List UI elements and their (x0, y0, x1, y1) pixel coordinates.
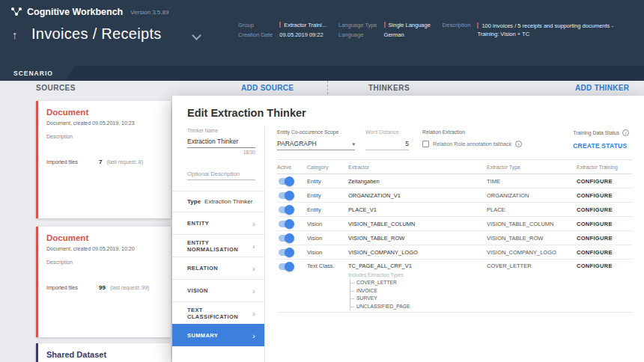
meta-label: Group (238, 22, 273, 28)
includes-item: INVOICE (356, 287, 487, 295)
configure-button[interactable]: CONFIGURE (577, 263, 613, 269)
accordion-item-label: ENTITY NORMALISATION (187, 239, 252, 253)
extractor-table-row: VisionVISION_COMPANY_LOGOVISION_COMPANY_… (277, 245, 632, 260)
extractor-category: Text Class. (307, 263, 348, 269)
thinker-name-input[interactable] (187, 135, 255, 148)
meta-label: Description (443, 22, 471, 38)
meta-label: Creation Date (238, 31, 273, 38)
accordion-item-relation[interactable]: RELATION› (172, 257, 264, 279)
imported-files-label: Imported files (46, 159, 99, 165)
includes-item: COVER_LETTER (356, 279, 487, 287)
accordion-item-label: ENTITY (187, 220, 209, 227)
extractor-name: PLACE_V1 (348, 206, 377, 213)
modal-content: Entity Co-occurence Scope PARAGRAPH ▾ Wo… (265, 126, 644, 362)
active-toggle[interactable] (279, 206, 294, 213)
imported-files-count: 99 (99, 284, 106, 291)
brand: Cognitive Workbench Version 3.5.89 (10, 7, 168, 17)
meta-value: Extractor Traini... (284, 22, 326, 28)
extractor-category: Vision (307, 249, 348, 256)
accordion-item-label: VISION (187, 287, 208, 294)
configure-button[interactable]: CONFIGURE (577, 235, 613, 242)
active-toggle[interactable] (279, 178, 294, 185)
configure-button[interactable]: CONFIGURE (577, 192, 613, 199)
extractor-table-row: EntityZeitangabenTIMECONFIGURE (277, 174, 632, 188)
extractor-type: COVER_LETTER (487, 263, 577, 269)
chevron-right-icon: › (252, 219, 255, 228)
modal-sidebar: Thinker Name 18/30 TypeExtraction Thinke… (172, 126, 265, 362)
meta-value: German (384, 31, 431, 38)
column-header: Extractor Type (487, 165, 577, 170)
chevron-right-icon: › (252, 286, 255, 295)
accordion-item-text-classification[interactable]: TEXT CLASSIFICATION› (172, 301, 264, 324)
accordion-item-summary[interactable]: SUMMARY› (172, 324, 264, 346)
chevron-right-icon: › (252, 264, 255, 273)
extractor-table-row: VisionVISION_TABLE_COLUMNVISION_TABLE_CO… (277, 217, 632, 231)
thinker-name-label: Thinker Name (187, 128, 255, 133)
source-card-subtitle: Document, created 09.05.2019, 10:23 (46, 120, 162, 126)
chevron-down-icon[interactable] (192, 31, 201, 40)
add-source-button[interactable]: ADD SOURCE (241, 84, 294, 92)
extractor-type: VISION_TABLE_ROW (487, 235, 577, 242)
scope-select[interactable]: PARAGRAPH ▾ (277, 135, 355, 150)
configure-button[interactable]: CONFIGURE (577, 206, 613, 213)
caret-down-icon: ▾ (352, 141, 355, 147)
accordion-item-vision[interactable]: VISION› (172, 279, 264, 301)
create-status-button[interactable]: CREATE STATUS (573, 142, 629, 150)
extractor-type: VISION_COMPANY_LOGO (487, 249, 577, 256)
active-toggle[interactable] (279, 192, 294, 199)
add-thinker-button[interactable]: ADD THINKER (575, 84, 629, 92)
meta-tick (477, 22, 479, 28)
thinkers-heading: THINKERS (368, 84, 410, 92)
arrow-up-icon[interactable]: ↑ (12, 28, 18, 41)
type-label: Type (187, 198, 201, 205)
extractor-name: VISION_COMPANY_LOGO (348, 249, 418, 256)
edit-extraction-thinker-modal: Edit Extraction Thinker Thinker Name 18/… (172, 96, 644, 362)
configure-button[interactable]: CONFIGURE (577, 249, 613, 256)
extractor-name: ORGANIZATION_V1 (348, 192, 401, 199)
meta-group-block: Group Extractor Traini... Creation Date … (238, 22, 326, 38)
info-icon[interactable]: i (622, 129, 629, 136)
word-distance-label: Word Distance (365, 129, 409, 135)
meta-language-block: Language Type Single Language Language G… (338, 22, 431, 38)
extractor-name: Zeitangaben (348, 178, 380, 185)
extractor-category: Vision (307, 221, 348, 227)
source-card[interactable]: Document Document, created 09.05.2019, 1… (36, 101, 171, 218)
includes-item: UNCLASSIFIED_PAGE (356, 303, 487, 311)
accordion-item-entity-normalisation[interactable]: ENTITY NORMALISATION› (172, 234, 264, 257)
info-icon[interactable]: i (515, 141, 522, 147)
meta-tick (384, 22, 386, 28)
optional-description-input[interactable] (187, 168, 255, 180)
extractor-name: TC_PAGE_ALL_CRF_V1 (348, 263, 412, 269)
extractor-category: Entity (307, 206, 348, 213)
active-toggle[interactable] (279, 221, 294, 227)
column-header: Extractor Training (577, 165, 632, 170)
source-card-subtitle: Document, created 09.05.2019, 10:20 (46, 246, 162, 251)
active-toggle[interactable] (279, 263, 294, 270)
accordion-item-entity[interactable]: ENTITY› (172, 212, 264, 234)
configure-button[interactable]: CONFIGURE (577, 221, 613, 227)
imported-files-label: Imported files (46, 285, 99, 290)
configure-button[interactable]: CONFIGURE (577, 178, 613, 185)
extractor-name: VISION_TABLE_ROW (348, 235, 404, 242)
last-request: (last request: 99) (110, 285, 150, 290)
shared-dataset-card[interactable]: Shared Dataset (36, 343, 171, 362)
includes-label: Includes Extraction Types (348, 272, 487, 277)
modal-accordion: ENTITY›ENTITY NORMALISATION›RELATION›VIS… (172, 212, 264, 346)
column-header: Category (307, 165, 348, 170)
active-toggle[interactable] (279, 235, 294, 242)
accordion-item-label: TEXT CLASSIFICATION (187, 307, 252, 320)
chevron-right-icon: › (252, 309, 255, 318)
word-distance-input[interactable]: 5 (365, 135, 409, 150)
app-name: Cognitive Workbench (27, 7, 123, 17)
active-toggle[interactable] (279, 249, 294, 256)
source-card[interactable]: Document Document, created 09.05.2019, 1… (36, 227, 171, 337)
scope-label: Entity Co-occurence Scope (277, 129, 355, 135)
tab-scenario[interactable]: SCENARIO (0, 66, 75, 81)
accordion-item-label: RELATION (187, 265, 218, 272)
imported-files-count: 7 (99, 159, 102, 165)
source-card-description-label: Description (46, 134, 162, 139)
extractor-table-row: Text Class.TC_PAGE_ALL_CRF_V1Includes Ex… (277, 260, 632, 313)
app-version: Version 3.5.89 (130, 9, 168, 16)
extractor-category: Entity (307, 178, 348, 185)
relation-fallback-checkbox[interactable] (422, 141, 429, 147)
